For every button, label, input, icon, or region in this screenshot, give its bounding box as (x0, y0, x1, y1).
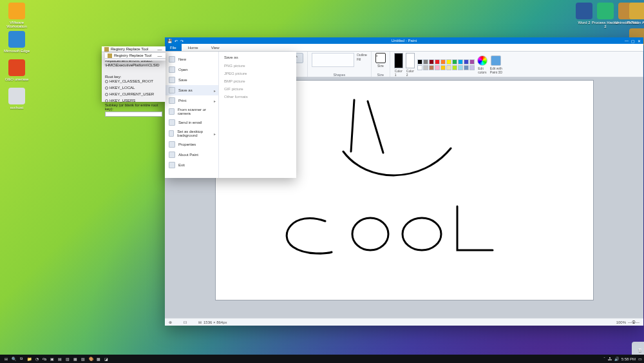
chevron-right-icon: ▸ (214, 88, 216, 93)
color-swatch[interactable] (469, 59, 475, 64)
redo-icon[interactable]: ↷ (180, 39, 184, 43)
color-swatch[interactable] (452, 65, 457, 70)
close-icon[interactable]: ✕ (638, 39, 641, 43)
root-key-radio[interactable]: HKEY_USERS (105, 99, 135, 103)
color-swatch[interactable] (469, 65, 475, 70)
size-button[interactable]: ≡Size (375, 53, 386, 68)
color-swatch[interactable] (458, 59, 463, 64)
app-icon[interactable]: ▥ (64, 355, 71, 362)
file-menu-item[interactable]: Open (165, 64, 218, 75)
svg-point-0 (352, 218, 388, 250)
start-button[interactable]: ⊞ (2, 355, 10, 362)
taskview-icon[interactable]: ⧉ (17, 355, 25, 362)
notifications-icon[interactable]: ▭ (638, 357, 642, 361)
menu-item-icon (169, 97, 175, 104)
color-palette[interactable] (417, 59, 475, 70)
store-icon[interactable]: 🛍 (41, 355, 48, 362)
app-icon[interactable]: ▩ (95, 355, 102, 362)
explorer-icon[interactable]: 📁 (25, 355, 33, 362)
menu-item-icon (169, 108, 175, 115)
file-menu-item[interactable]: From scanner or camera (165, 106, 218, 117)
color-swatch[interactable] (417, 65, 422, 70)
network-icon[interactable]: 🖧 (608, 357, 612, 361)
color-swatch[interactable] (417, 59, 422, 64)
color-swatch[interactable] (429, 65, 434, 70)
minimize-icon[interactable]: — (625, 39, 629, 43)
clock[interactable]: 5:58 PM (621, 357, 636, 361)
color1-button[interactable]: Color 1 (394, 53, 403, 77)
color-swatch[interactable] (440, 65, 446, 70)
outline-button[interactable]: Outline (357, 53, 367, 57)
paint-file-menu: NewOpenSaveSave as▸Print▸From scanner or… (165, 52, 296, 178)
status-pos: ⊕ (169, 320, 172, 324)
edge-icon[interactable]: ◔ (33, 355, 41, 362)
root-key-radio[interactable]: HKEY_LOCAL (105, 86, 135, 90)
terminal-icon[interactable]: ▣ (48, 355, 56, 362)
tab-file[interactable]: File (165, 44, 182, 51)
file-menu-item[interactable]: Send in email (165, 117, 218, 128)
file-menu-item[interactable]: New (165, 54, 218, 64)
desktop-icon[interactable]: O&O unerase (3, 59, 31, 81)
app-icon[interactable]: ▧ (79, 355, 87, 362)
registry-path: \HMC\ExecutivePlatform\CLSID (105, 63, 162, 67)
color-swatch[interactable] (435, 65, 440, 70)
paint3d-button[interactable]: Edit with Paint 3D (490, 55, 502, 74)
subkey-label: Subkey (or blank for entire root key): (105, 103, 162, 111)
color2-button[interactable]: Color 2 (406, 53, 415, 77)
edit-colors-button[interactable]: Edit colors (477, 55, 488, 74)
registry-title: Registry Replace Tool (111, 47, 148, 51)
color-swatch[interactable] (435, 59, 440, 64)
minimize-icon[interactable]: — (156, 47, 163, 52)
file-menu-item[interactable]: Save as▸ (165, 85, 218, 95)
vscode-icon[interactable]: ▤ (56, 355, 64, 362)
menu-item-icon (169, 141, 175, 148)
search-icon[interactable]: 🔍 (10, 355, 17, 362)
file-menu-item[interactable]: Set as desktop background▸ (165, 128, 218, 139)
desktop-icon[interactable]: Microsoft Edge (3, 31, 31, 53)
menu-item-icon (169, 66, 175, 73)
desktop-icon[interactable]: VMware Workstation (3, 3, 31, 28)
desktop-icon[interactable]: Partition A… (623, 3, 644, 25)
volume-icon[interactable]: 🔊 (614, 357, 619, 361)
tab-home[interactable]: Home (182, 44, 205, 51)
desktop-icon[interactable]: svchost (3, 88, 31, 110)
color-swatch[interactable] (423, 65, 428, 70)
registry-titlebar[interactable]: Registry Replace Tool — (102, 46, 166, 52)
fill-button[interactable]: Fill (357, 57, 367, 61)
menu-item-icon (169, 119, 175, 126)
tab-view[interactable]: View (205, 44, 226, 51)
subkey-input[interactable] (105, 112, 162, 117)
color-swatch[interactable] (458, 65, 463, 70)
color-swatch[interactable] (429, 59, 434, 64)
color-swatch[interactable] (446, 59, 451, 64)
status-size: ⊞1536 × 864px (198, 320, 227, 324)
color-swatch[interactable] (440, 59, 446, 64)
tray-chevron-icon[interactable]: ˄ (603, 357, 605, 361)
color-swatch[interactable] (423, 59, 428, 64)
file-menu-item[interactable]: Exit (165, 160, 218, 170)
root-key-radio[interactable]: HKEY_CLASSES_ROOT (105, 79, 153, 83)
save-icon[interactable]: 💾 (167, 39, 172, 43)
paint-titlebar[interactable]: 💾 ↶ ↷ Untitled - Paint — ▢ ✕ (165, 37, 643, 44)
color-swatch[interactable] (452, 59, 457, 64)
color-swatch[interactable] (464, 65, 469, 70)
color-swatch[interactable] (464, 59, 469, 64)
undo-icon[interactable]: ↶ (175, 39, 178, 43)
file-menu-item[interactable]: Save (165, 75, 218, 85)
shapes-gallery[interactable] (312, 53, 354, 67)
file-menu-item[interactable]: About Paint (165, 150, 218, 160)
paint-taskbar-icon[interactable]: 🎨 (87, 355, 95, 362)
taskbar[interactable]: ⊞ 🔍 ⧉ 📁 ◔ 🛍 ▣ ▤ ▥ ▦ ▧ 🎨 ▩ ◪ ˄ 🖧 🔊 5:58 P… (0, 355, 644, 363)
system-tray[interactable]: ˄ 🖧 🔊 5:58 PM ▭ (603, 357, 642, 361)
app-icon[interactable]: ▦ (71, 355, 79, 362)
file-menu-item[interactable]: Print▸ (165, 95, 218, 106)
registry-titlebar[interactable]: Registry Replace Tool — (105, 53, 166, 59)
paint-tabs: File Home View (165, 44, 643, 52)
file-menu-item[interactable]: Properties (165, 139, 218, 150)
color-swatch[interactable] (446, 65, 451, 70)
menu-item-icon (169, 87, 175, 93)
maximize-icon[interactable]: ▢ (631, 39, 635, 43)
app-icon[interactable]: ◪ (102, 355, 110, 362)
root-key-radio[interactable]: HKEY_CURRENT_USER (105, 92, 154, 96)
minimize-icon[interactable]: — (156, 54, 163, 58)
